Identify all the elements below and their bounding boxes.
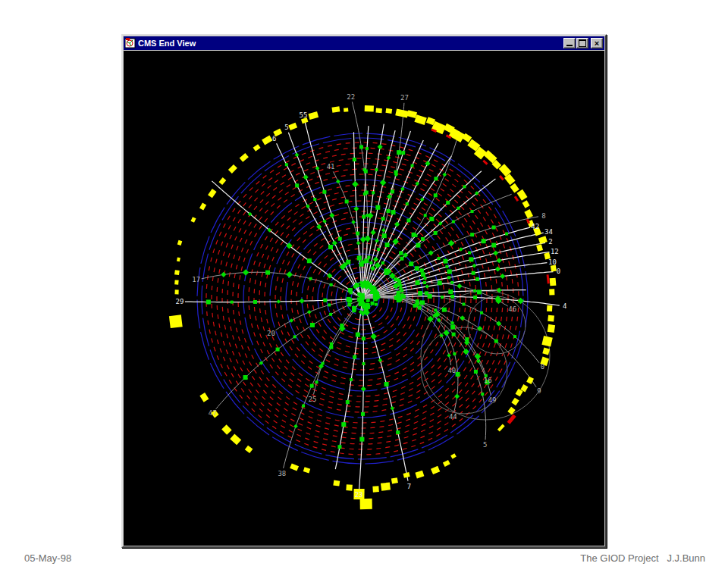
svg-text:23: 23 (355, 491, 363, 499)
svg-text:20: 20 (267, 330, 275, 337)
svg-text:7: 7 (407, 483, 411, 490)
window-title: CMS End View (138, 36, 563, 50)
app-icon (125, 38, 136, 48)
svg-text:2: 2 (548, 238, 552, 246)
minimize-icon (566, 45, 573, 46)
credit-label: The GIOD Project J.J.Bunn (580, 552, 705, 564)
svg-text:12: 12 (551, 248, 559, 255)
svg-text:44: 44 (449, 413, 457, 421)
svg-text:5: 5 (284, 124, 288, 131)
svg-text:40: 40 (447, 367, 456, 374)
svg-text:55: 55 (300, 111, 308, 119)
event-display-canvas[interactable]: 2923755564234212100441222717202547384640… (124, 51, 604, 546)
minimize-button[interactable] (563, 38, 576, 48)
svg-text:46: 46 (508, 305, 516, 313)
svg-text:0: 0 (557, 268, 560, 275)
svg-text:38: 38 (278, 470, 286, 477)
svg-text:27: 27 (400, 94, 409, 102)
svg-text:16: 16 (484, 377, 492, 384)
svg-text:29: 29 (176, 298, 184, 305)
svg-text:41: 41 (327, 163, 335, 171)
svg-text:22: 22 (347, 93, 355, 101)
maximize-button[interactable] (576, 38, 588, 48)
close-icon: × (595, 39, 599, 48)
maximize-icon (579, 39, 586, 47)
cms-event-display: 2923755564234212100441222717202547384640… (124, 51, 604, 546)
svg-text:49: 49 (488, 396, 497, 404)
date-label: 05-May-98 (24, 552, 71, 564)
cms-end-view-window: CMS End View × 2923755564234212100441222… (121, 34, 607, 548)
svg-text:10: 10 (548, 258, 557, 266)
svg-text:47: 47 (209, 409, 217, 417)
window-titlebar[interactable]: CMS End View × (124, 36, 604, 50)
svg-text:6: 6 (272, 135, 276, 142)
svg-text:25: 25 (309, 396, 317, 403)
svg-text:0: 0 (541, 363, 544, 371)
svg-text:5: 5 (483, 441, 487, 449)
svg-text:9: 9 (537, 387, 541, 395)
svg-text:34: 34 (544, 228, 553, 236)
svg-text:4: 4 (563, 302, 566, 310)
svg-text:42: 42 (531, 223, 539, 230)
svg-text:8: 8 (541, 212, 545, 220)
close-button[interactable]: × (591, 38, 603, 48)
svg-text:17: 17 (192, 276, 200, 283)
